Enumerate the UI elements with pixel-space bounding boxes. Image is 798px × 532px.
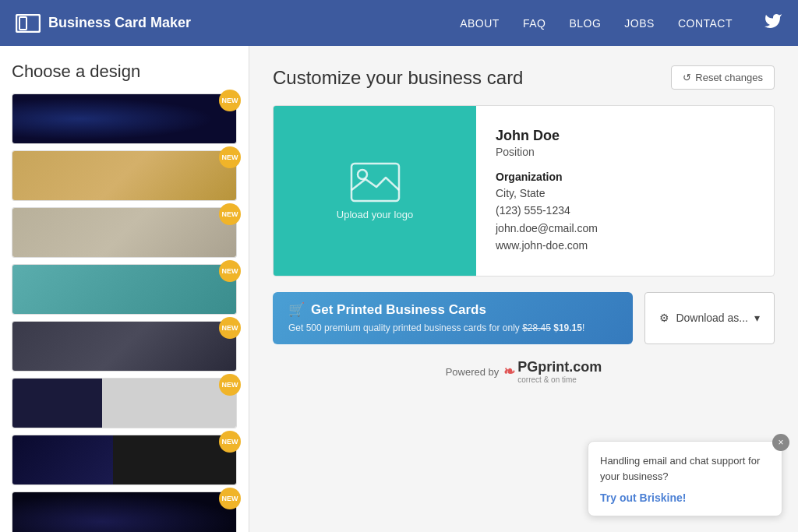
design-card-5[interactable]: NEW xyxy=(12,321,237,372)
cart-icon: 🛒 xyxy=(288,301,305,318)
chat-widget: × Handling email and chat support for yo… xyxy=(588,441,782,516)
card-website: www.john-doe.com xyxy=(496,237,754,254)
pgprint-tagline: correct & on time xyxy=(517,375,602,384)
design-card-3[interactable]: NEW xyxy=(12,207,237,258)
nav-jobs[interactable]: JOBS xyxy=(624,17,655,30)
new-badge-1: NEW xyxy=(219,90,241,111)
reset-button[interactable]: ↺ Reset changes xyxy=(671,65,775,90)
card-organization: Organization xyxy=(496,171,754,183)
page-title: Customize your business card xyxy=(273,67,523,89)
sidebar-title: Choose a design xyxy=(12,62,237,82)
gear-icon: ⚙ xyxy=(659,312,669,324)
chat-text: Handling email and chat support for your… xyxy=(600,453,770,484)
design-card-4-inner xyxy=(12,265,236,314)
header: Business Card Maker ABOUT FAQ BLOG JOBS … xyxy=(0,0,798,46)
upload-label: Upload your logo xyxy=(337,209,413,220)
card-email: john.doe@cmail.com xyxy=(496,220,754,237)
upload-icon xyxy=(350,162,401,203)
nav-contact[interactable]: CONTACT xyxy=(678,17,733,30)
pgprint-brand: PGprint.com xyxy=(517,360,602,375)
design-card-7-inner xyxy=(12,435,236,484)
price-original: $28.45 xyxy=(522,322,551,333)
print-btn-title: 🛒 Get Printed Business Cards xyxy=(288,301,617,318)
powered-by-text: Powered by xyxy=(446,366,500,378)
chat-body: Handling email and chat support for your… xyxy=(588,442,782,516)
main-nav: ABOUT FAQ BLOG JOBS CONTACT xyxy=(460,12,782,35)
design-card-3-inner xyxy=(12,208,236,257)
design-card-2[interactable]: NEW xyxy=(12,150,237,201)
logo[interactable]: Business Card Maker xyxy=(16,14,460,33)
card-preview: Upload your logo John Doe Position Organ… xyxy=(273,105,775,277)
new-badge-5: NEW xyxy=(219,317,241,339)
new-badge-4: NEW xyxy=(219,260,241,282)
card-left-panel[interactable]: Upload your logo xyxy=(274,106,476,276)
content-header: Customize your business card ↺ Reset cha… xyxy=(273,65,775,90)
new-badge-7: NEW xyxy=(219,431,241,453)
design-card-7[interactable]: NEW xyxy=(12,435,237,485)
reset-label: Reset changes xyxy=(695,72,763,83)
print-button[interactable]: 🛒 Get Printed Business Cards Get 500 pre… xyxy=(273,292,633,344)
nav-blog[interactable]: BLOG xyxy=(569,17,601,30)
card-position: Position xyxy=(496,146,754,158)
new-badge-2: NEW xyxy=(219,146,241,168)
reset-icon: ↺ xyxy=(683,72,691,83)
action-row: 🛒 Get Printed Business Cards Get 500 pre… xyxy=(273,292,775,344)
twitter-icon[interactable] xyxy=(764,12,782,35)
design-card-2-inner xyxy=(12,151,236,200)
design-card-1-inner xyxy=(12,94,236,143)
price-sale: $19.15 xyxy=(553,322,582,333)
design-card-6-inner xyxy=(12,379,236,428)
design-card-4[interactable]: NEW xyxy=(12,264,237,315)
logo-icon xyxy=(16,14,41,33)
card-city-state: City, State xyxy=(496,185,754,202)
download-button[interactable]: ⚙ Download as... ▾ xyxy=(644,292,775,344)
card-name: John Doe xyxy=(496,128,754,144)
design-card-5-inner xyxy=(12,322,236,371)
sidebar: Choose a design NEW NEW NEW NEW NEW NEW xyxy=(0,46,249,532)
chevron-down-icon: ▾ xyxy=(754,312,760,324)
chat-cta-link[interactable]: Try out Briskine! xyxy=(600,491,686,504)
new-badge-6: NEW xyxy=(219,374,241,396)
card-phone: (123) 555-1234 xyxy=(496,202,754,219)
new-badge-8: NEW xyxy=(219,488,241,509)
download-label: Download as... xyxy=(676,312,748,324)
print-btn-subtitle: Get 500 premium quality printed business… xyxy=(288,322,617,335)
svg-point-3 xyxy=(358,170,367,179)
chat-close-button[interactable]: × xyxy=(772,434,789,451)
design-card-8[interactable]: NEW xyxy=(12,491,237,532)
logo-text: Business Card Maker xyxy=(48,15,191,31)
svg-rect-1 xyxy=(19,17,26,30)
powered-by: Powered by ❧ PGprint.com correct & on ti… xyxy=(273,360,775,384)
nav-faq[interactable]: FAQ xyxy=(523,17,546,30)
design-card-1[interactable]: NEW xyxy=(12,93,237,144)
nav-about[interactable]: ABOUT xyxy=(460,17,500,30)
design-card-8-inner xyxy=(12,492,236,532)
card-right-panel: John Doe Position Organization City, Sta… xyxy=(476,106,774,276)
design-card-6[interactable]: NEW xyxy=(12,378,237,428)
pg-logo-mark: ❧ xyxy=(503,363,515,380)
new-badge-3: NEW xyxy=(219,203,241,225)
